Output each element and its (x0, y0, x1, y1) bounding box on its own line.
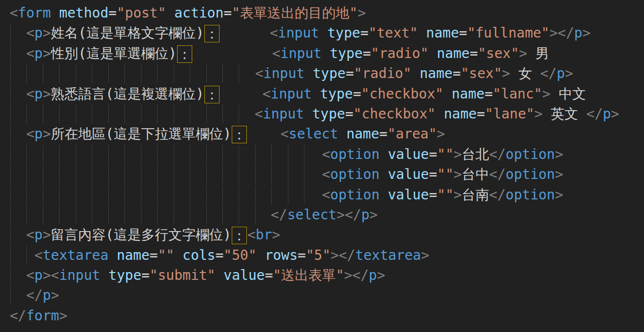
token-equals: = (429, 146, 437, 162)
token-tag: p (35, 45, 43, 61)
token-whitespace (436, 106, 444, 122)
code-line[interactable]: <input type="radio" name="sex"> 女 </p> (0, 63, 644, 83)
code-line[interactable]: <p><input type="submit" value="送出表單"></p… (0, 265, 644, 285)
token-tag: input (263, 106, 304, 122)
token-attribute: value (388, 166, 429, 182)
token-whitespace (380, 187, 388, 203)
indent-guide (43, 165, 43, 184)
token-text: 姓名(這是單格文字欄位) (51, 25, 204, 41)
token-string: "radio" (371, 45, 428, 61)
token-punctuation: < (322, 146, 330, 162)
token-text: 女 (510, 65, 541, 81)
token-attribute: value (388, 187, 429, 203)
token-whitespace (418, 25, 426, 41)
code-text: </select></p> (271, 205, 378, 225)
token-punctuation: < (26, 227, 35, 243)
code-line[interactable]: <p>所在地區(這是下拉選單欄位)：<select name="area"> (0, 124, 644, 144)
indent-guide (10, 44, 11, 63)
token-punctuation: > (42, 45, 51, 61)
token-punctuation: > (565, 65, 573, 81)
token-punctuation: < (322, 166, 330, 182)
token-string: "sex" (461, 65, 502, 81)
indent-guide (255, 185, 256, 204)
indent-guide (108, 185, 109, 204)
indent-guide (141, 205, 141, 224)
code-line[interactable]: <p>留言內容(這是多行文字欄位)：<br> (0, 225, 644, 245)
token-punctuation: < (272, 45, 281, 61)
indent-guide (304, 185, 304, 204)
indent-guide (190, 205, 190, 224)
token-string: "送出表單" (273, 267, 344, 283)
code-line[interactable]: <form method="post" action="表單送出的目的地"> (0, 3, 644, 23)
code-line[interactable]: </select></p> (0, 205, 644, 225)
code-text: <p>留言內容(這是多行文字欄位)：<br> (10, 225, 280, 245)
token-punctuation: > (344, 267, 352, 283)
code-line[interactable]: <input type="checkbox" name="lane"> 英文 <… (0, 104, 644, 124)
token-punctuation: < (10, 5, 18, 21)
indent-guide (10, 225, 11, 244)
token-punctuation: < (26, 45, 35, 61)
token-whitespace (10, 45, 26, 61)
token-equals: = (150, 247, 158, 263)
token-punctuation: < (270, 25, 278, 41)
indent-guide (239, 104, 239, 123)
token-text: 男 (527, 45, 549, 61)
indent-guide (124, 185, 125, 204)
indent-guide (26, 64, 27, 83)
indent-guide (43, 64, 43, 83)
token-string: "lane" (485, 106, 534, 122)
code-line[interactable]: <p>性別(這是單選欄位)：<input type="radio" name="… (0, 43, 644, 63)
token-string: "" (158, 247, 174, 263)
token-string: "50" (223, 247, 256, 263)
indent-guide (76, 165, 76, 184)
indent-guide (174, 145, 174, 164)
token-string: "" (437, 146, 454, 162)
token-attribute: action (174, 5, 223, 21)
indent-guide (174, 64, 174, 83)
token-tag: input (59, 267, 100, 283)
indent-guide (190, 145, 190, 164)
code-line[interactable]: </p> (0, 285, 644, 305)
token-whitespace (411, 65, 420, 81)
token-text: 英文 (543, 106, 586, 122)
unicode-highlight-box: ： (204, 86, 220, 103)
code-line[interactable]: <option value="">台北</option> (0, 144, 644, 164)
indent-guide (255, 165, 256, 184)
token-punctuation: < (255, 65, 263, 81)
indent-guide (92, 185, 92, 204)
code-line[interactable]: </form> (0, 306, 644, 326)
token-punctuation: > (454, 166, 462, 182)
indent-guide (206, 185, 207, 204)
indent-guide (304, 145, 304, 164)
token-string: "fullname" (467, 25, 550, 41)
indent-guide (206, 145, 207, 164)
token-punctuation: < (26, 126, 35, 142)
indent-guide (124, 205, 125, 224)
token-whitespace (10, 86, 26, 102)
indent-guide (288, 165, 288, 184)
token-punctuation: > (611, 106, 619, 122)
token-tag: option (330, 187, 380, 203)
token-equals: = (141, 267, 150, 283)
token-equals: = (429, 166, 437, 182)
token-attribute: name (346, 126, 379, 142)
token-string: "sex" (478, 45, 519, 61)
indent-guide (206, 104, 207, 123)
code-editor[interactable]: <form method="post" action="表單送出的目的地"> <… (0, 0, 644, 332)
indent-guide (206, 165, 207, 184)
token-punctuation: </ (345, 207, 362, 223)
indent-guide (124, 64, 125, 83)
indent-guide (76, 145, 76, 164)
token-attribute: type (330, 45, 362, 61)
indent-guide (222, 205, 223, 224)
indent-guide (190, 165, 190, 184)
code-line[interactable]: <option value="">台中</option> (0, 164, 644, 184)
code-line[interactable]: <p>姓名(這是單格文字欄位)：<input type="text" name=… (0, 23, 644, 43)
code-line[interactable]: <p>熟悉語言(這是複選欄位)：<input type="checkbox" n… (0, 84, 644, 104)
indent-guide (157, 145, 158, 164)
token-punctuation: > (555, 187, 563, 203)
code-line[interactable]: <option value="">台南</option> (0, 185, 644, 205)
token-punctuation: > (331, 247, 339, 263)
indent-guide (206, 64, 207, 83)
code-line[interactable]: <textarea name="" cols="50" rows="5"></t… (0, 245, 644, 265)
